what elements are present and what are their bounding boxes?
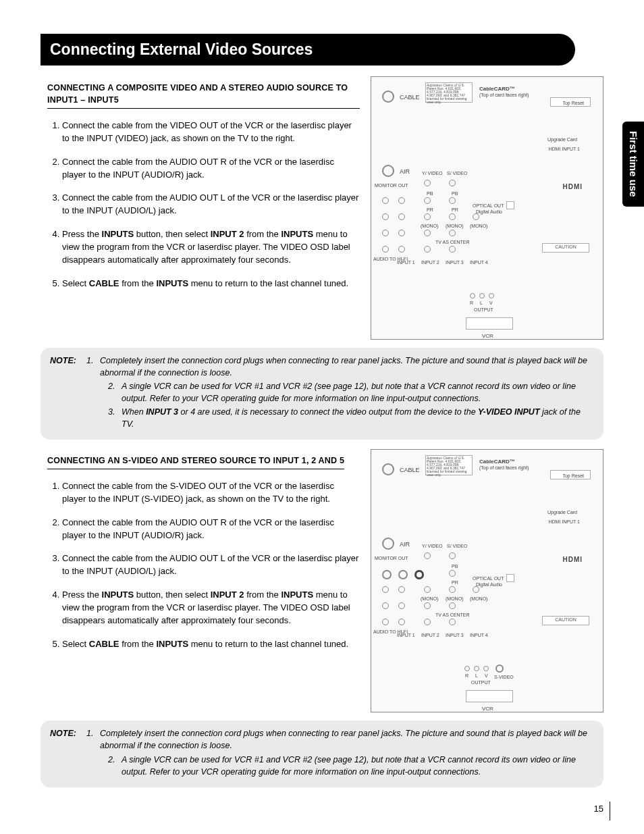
step-4: Press the INPUTS button, then select INP… — [62, 589, 360, 627]
step-3: Connect the cable from the AUDIO OUT L o… — [62, 192, 360, 217]
connection-diagram-2: CABLE Apparatus Claims of U.S. Patent No… — [371, 449, 603, 712]
side-tab: First time use — [622, 122, 645, 207]
section-1-text: CONNECTING A COMPOSITE VIDEO AND A STERE… — [41, 76, 360, 340]
step-2: Connect the cable from the AUDIO OUT R o… — [62, 517, 360, 542]
section-2-title: CONNECTING AN S-VIDEO AND STEREO SOURCE … — [47, 454, 344, 469]
section-2: CONNECTING AN S-VIDEO AND STEREO SOURCE … — [41, 449, 603, 712]
connection-diagram-1: CABLE Apparatus Claims of U.S. Patent No… — [371, 76, 603, 340]
section-1: CONNECTING A COMPOSITE VIDEO AND A STERE… — [41, 76, 603, 340]
step-1: Connect the cable from the VIDEO OUT of … — [62, 120, 360, 145]
page-number: 15 — [594, 802, 603, 816]
note-box-2: NOTE: 1. Completely insert the connectio… — [41, 721, 603, 787]
diagram-2-col: CABLE Apparatus Claims of U.S. Patent No… — [371, 449, 603, 712]
section-1-steps: Connect the cable from the VIDEO OUT of … — [47, 120, 360, 290]
corner-line — [610, 802, 610, 820]
section-2-text: CONNECTING AN S-VIDEO AND STEREO SOURCE … — [41, 449, 360, 712]
step-1: Connect the cable from the S-VIDEO OUT o… — [62, 480, 360, 506]
page-header: Connecting External Video Sources — [41, 34, 575, 66]
page: First time use Connecting External Video… — [0, 0, 644, 834]
note-box-1: NOTE: 1. Completely insert the connectio… — [41, 348, 603, 440]
step-2: Connect the cable from the AUDIO OUT R o… — [62, 156, 360, 182]
diagram-1-col: CABLE Apparatus Claims of U.S. Patent No… — [371, 76, 603, 340]
step-4: Press the INPUTS button, then select INP… — [62, 228, 360, 267]
step-5: Select CABLE from the INPUTS menu to ret… — [62, 278, 360, 290]
section-1-title: CONNECTING A COMPOSITE VIDEO AND A STERE… — [47, 82, 360, 109]
step-3: Connect the cable from the AUDIO OUT L o… — [62, 552, 360, 578]
step-5: Select CABLE from the INPUTS menu to ret… — [62, 638, 360, 651]
section-2-steps: Connect the cable from the S-VIDEO OUT o… — [47, 480, 360, 650]
